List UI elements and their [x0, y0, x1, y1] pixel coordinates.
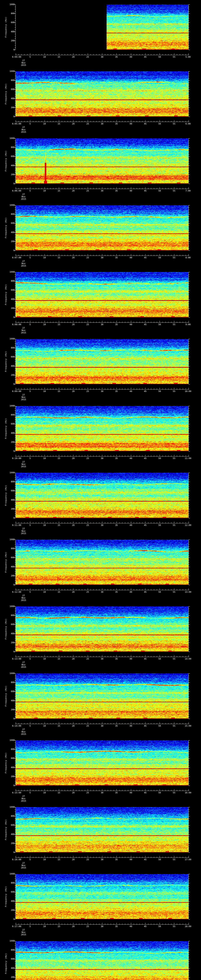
x-axis-date-line: 2015: [21, 934, 26, 936]
x-axis-start-time: 6:12:00: [12, 591, 21, 593]
x-tick-label: 45: [144, 123, 147, 125]
x-tick-label: 55: [173, 591, 175, 593]
x-tick-label: 5: [29, 925, 31, 928]
x-tick-label: 45: [144, 323, 147, 326]
x-tick-label: 10: [43, 524, 46, 527]
x-tick-label: 30: [101, 859, 103, 861]
x-tick-label: 55: [173, 925, 175, 928]
y-tick-label: 1000: [0, 3, 15, 6]
y-tick-label: 600: [0, 557, 15, 559]
y-tick-label: 800: [0, 547, 15, 550]
x-tick-label: 35: [115, 792, 118, 794]
x-tick-label: 50: [158, 859, 161, 861]
x-tick-label: 45: [144, 792, 147, 794]
x-tick-label: 55: [173, 457, 175, 460]
x-tick-label: 5: [29, 56, 31, 58]
y-tick-label: 1000: [0, 672, 15, 675]
y-tick-label: 400: [0, 766, 15, 769]
x-tick-label: 5: [29, 190, 31, 192]
x-tick-label: 15: [57, 123, 60, 125]
x-tick-label: 10: [43, 792, 46, 794]
x-tick-label: 25: [86, 725, 89, 727]
x-tick-label: 50: [158, 658, 161, 660]
x-tick-label: 5: [29, 457, 31, 460]
x-tick-label: 45: [144, 658, 147, 660]
x-tick-label: 5: [29, 658, 31, 660]
y-tick-label: 600: [0, 289, 15, 291]
x-tick-label: 45: [144, 457, 147, 460]
y-tick-label: 600: [0, 490, 15, 492]
x-tick-label: 25: [86, 925, 89, 928]
x-tick-label: 25: [86, 859, 89, 861]
x-tick-label: 55: [173, 190, 175, 192]
x-axis-date-line: 2015: [21, 466, 26, 468]
y-tick-label: 1000: [0, 137, 15, 140]
x-axis-end-time: 18:00: [185, 925, 191, 928]
y-tick-label: 800: [0, 146, 15, 149]
x-tick-label: 55: [173, 658, 175, 660]
x-axis-start-time: 6:04:00: [12, 56, 21, 58]
y-tick-label: 600: [0, 155, 15, 158]
x-tick-label: 10: [43, 658, 46, 660]
y-axis-title: Frequency (Hz): [5, 752, 7, 773]
x-tick-label: 40: [129, 256, 132, 259]
x-axis-date-line: 2015: [21, 198, 26, 200]
x-tick-label: 5: [29, 323, 31, 326]
spectrogram-panel: Frequency (Hz) 02004006008001000 5101520…: [0, 669, 201, 736]
y-axis-title: Frequency (Hz): [5, 418, 7, 439]
spectrogram-panel: Frequency (Hz) 02004006008001000 5101520…: [0, 736, 201, 803]
x-tick-label: 25: [86, 190, 89, 192]
x-tick-label: 55: [173, 256, 175, 259]
y-axis-title: Frequency (Hz): [5, 686, 7, 706]
x-tick-label: 40: [129, 524, 132, 527]
x-axis-start-time: 6:10:00: [12, 457, 21, 460]
x-tick-label: 35: [115, 457, 118, 460]
x-axis-date-line: 2015: [21, 131, 26, 133]
y-tick-label: 800: [0, 882, 15, 884]
x-tick-label: 35: [115, 56, 118, 58]
x-axis-start-time: 6:14:00: [12, 725, 21, 727]
x-tick-label: 45: [144, 390, 147, 393]
x-tick-label: 55: [173, 390, 175, 393]
y-tick-label: 800: [0, 949, 15, 951]
x-tick-label: 20: [72, 591, 75, 593]
x-tick-label: 20: [72, 323, 75, 326]
x-tick-label: 15: [57, 925, 60, 928]
x-tick-label: 10: [43, 925, 46, 928]
spectrogram-panel: Frequency (Hz) 02004006008001000 5101520…: [0, 401, 201, 468]
y-tick-label: 200: [0, 708, 15, 711]
x-tick-label: 25: [86, 658, 89, 660]
x-tick-label: 45: [144, 591, 147, 593]
x-tick-label: 15: [57, 725, 60, 727]
x-axis-end-time: 10:00: [185, 390, 191, 393]
y-tick-label: 200: [0, 441, 15, 443]
y-tick-label: 800: [0, 347, 15, 349]
x-tick-label: 15: [57, 457, 60, 460]
spectrogram-panel: Frequency (Hz) 02004006008001000 5101520…: [0, 937, 201, 980]
y-tick-label: 1000: [0, 940, 15, 942]
x-tick-label: 40: [129, 457, 132, 460]
y-tick-label: 200: [0, 976, 15, 978]
y-tick-label: 0: [0, 517, 15, 519]
y-tick-label: 600: [0, 88, 15, 91]
x-tick-label: 30: [101, 323, 103, 326]
x-tick-label: 20: [72, 390, 75, 393]
x-tick-label: 45: [144, 725, 147, 727]
y-tick-label: 400: [0, 566, 15, 568]
y-tick-label: 800: [0, 748, 15, 751]
x-tick-label: 40: [129, 925, 132, 928]
y-tick-label: 1000: [0, 472, 15, 474]
x-tick-label: 15: [57, 658, 60, 660]
x-axis-end-time: 8:00: [185, 256, 191, 259]
x-tick-label: 10: [43, 323, 46, 326]
x-tick-label: 35: [115, 123, 118, 125]
x-tick-label: 15: [57, 524, 60, 527]
x-tick-label: 35: [115, 925, 118, 928]
x-tick-label: 30: [101, 792, 103, 794]
x-tick-label: 10: [43, 859, 46, 861]
y-axis-title: Frequency (Hz): [5, 886, 7, 907]
x-tick-label: 35: [115, 725, 118, 727]
x-tick-label: 40: [129, 390, 132, 393]
y-tick-label: 0: [0, 450, 15, 452]
x-axis-start-time: 6:15:00: [12, 792, 21, 794]
